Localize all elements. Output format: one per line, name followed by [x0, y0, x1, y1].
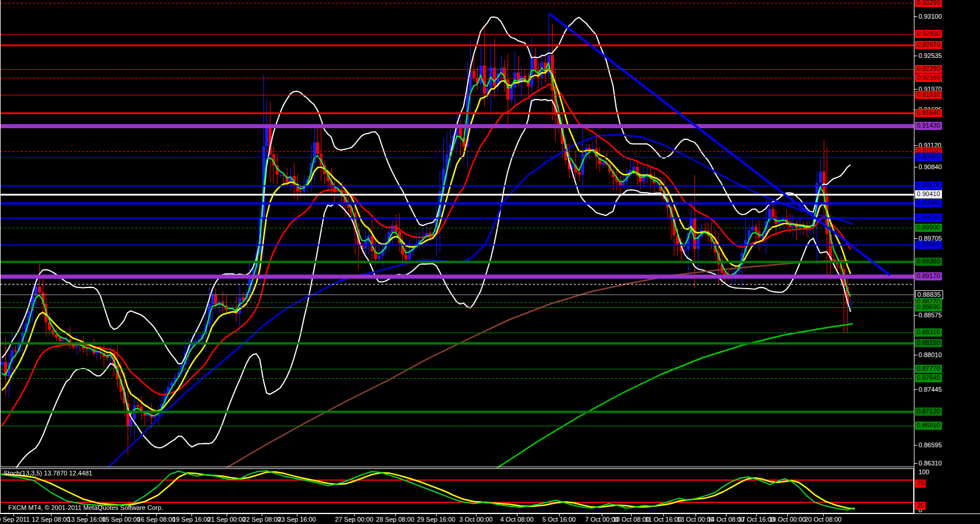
level-price-badge[interactable]: 0.93290	[915, 0, 942, 7]
price-axis[interactable]: 0.931000.925350.919700.916850.911200.908…	[914, 0, 980, 513]
level-price-badge[interactable]: 0.90030	[915, 214, 942, 222]
level-price-badge[interactable]: 0.90950	[915, 153, 942, 161]
level-price-badge[interactable]: 0.92290	[915, 65, 942, 73]
price-tick-mark	[914, 238, 917, 239]
price-tick-mark	[914, 445, 917, 446]
level-price-badge[interactable]: 0.90410	[915, 190, 942, 198]
level-price-badge[interactable]: 0.92670	[915, 41, 942, 49]
price-tick-label: 0.90840	[919, 163, 942, 171]
level-price-badge[interactable]: 0.87120	[915, 407, 942, 416]
time-tick-label: 20 Oct 08:00	[797, 516, 849, 523]
level-price-badge[interactable]: 0.89650	[915, 241, 942, 249]
level-price-badge[interactable]: 0.88310	[915, 328, 942, 337]
stochastic-main-value: 13.7870	[44, 470, 67, 477]
level-price-badge[interactable]: 0.92830	[915, 30, 942, 38]
price-tick-label: 0.93100	[919, 13, 942, 20]
level-price-badge[interactable]: 0.89900	[915, 224, 942, 232]
price-tick-label: 0.88010	[919, 351, 942, 359]
price-tick-label: 0.86310	[919, 460, 942, 467]
level-price-badge[interactable]: 0.87770	[915, 365, 942, 373]
stochastic-scale-label[interactable]: 75	[915, 480, 926, 488]
level-price-badge[interactable]: 0.89380	[915, 258, 942, 266]
main-chart-canvas[interactable]	[0, 0, 914, 468]
level-price-badge[interactable]: 0.90570	[915, 181, 942, 190]
price-tick-label: 0.86595	[919, 441, 942, 449]
price-tick-mark	[914, 89, 917, 90]
level-price-badge[interactable]: 0.92160	[915, 74, 942, 82]
mt4-chart-window: 0.931000.925350.919700.916850.911200.908…	[0, 0, 980, 524]
stochastic-scale-label[interactable]: 25	[915, 502, 926, 510]
time-tick-label: 23 Sep 16:00	[270, 516, 323, 523]
platform-copyright: FXCM MT4, © 2001-2011 MetaQuotes Softwar…	[8, 504, 163, 511]
level-price-badge[interactable]: 0.87640	[915, 374, 942, 382]
price-tick-mark	[914, 315, 917, 316]
price-tick-label: 0.88575	[919, 311, 942, 319]
price-tick-mark	[914, 56, 917, 56]
price-tick-label: 0.87445	[919, 386, 942, 393]
stochastic-indicator-label: Stoch(13,3,5) 13.7870 12.4481	[4, 470, 92, 477]
level-price-badge[interactable]: 0.89170	[915, 272, 942, 280]
price-tick-mark	[914, 463, 917, 464]
price-tick-mark	[914, 145, 917, 146]
time-axis[interactable]: 9 Sep 201112 Sep 08:0013 Sep 16:0015 Sep…	[0, 513, 980, 524]
stochastic-name: Stoch(13,3,5)	[4, 470, 42, 477]
level-price-badge[interactable]: 0.86910	[915, 422, 942, 430]
level-price-badge[interactable]: 0.91640	[915, 109, 942, 117]
stochastic-scale-label: 100	[919, 468, 929, 476]
price-tick-mark	[914, 389, 917, 390]
price-tick-mark	[914, 16, 917, 17]
level-price-badge[interactable]: 0.91430	[915, 122, 942, 130]
price-tick-mark	[914, 167, 917, 167]
level-price-badge[interactable]: 0.88690	[915, 303, 942, 311]
level-price-badge[interactable]: 0.91910	[915, 91, 942, 99]
price-tick-label: 0.92535	[919, 52, 942, 60]
level-price-badge[interactable]: 0.88150	[915, 339, 942, 347]
price-tick-mark	[914, 355, 917, 355]
stochastic-signal-value: 12.4481	[69, 470, 92, 477]
level-price-badge[interactable]: 0.90300	[915, 199, 942, 207]
